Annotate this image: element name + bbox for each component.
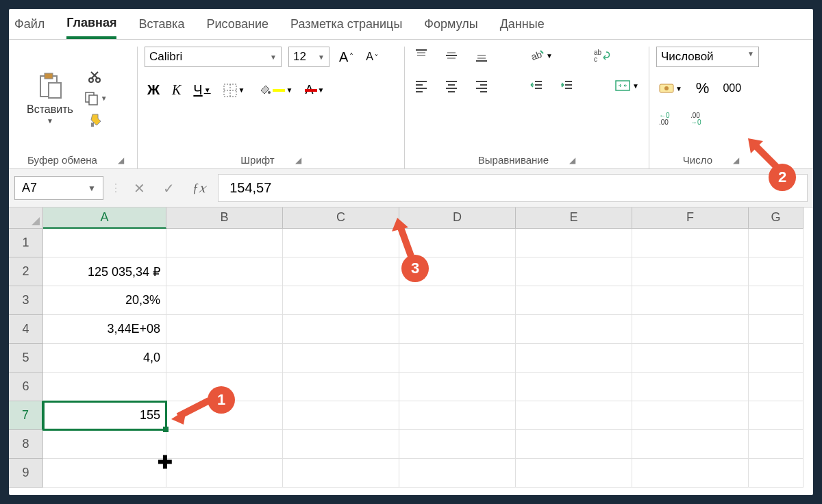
alignment-dialog-launcher[interactable]: ◢ — [569, 155, 575, 165]
cell[interactable] — [166, 430, 283, 459]
cell[interactable] — [749, 344, 804, 373]
orientation-button[interactable]: ab▼ — [527, 47, 556, 64]
row-header[interactable]: 4 — [9, 315, 43, 344]
tab-layout[interactable]: Разметка страницы — [290, 9, 402, 39]
increase-decimal-button[interactable]: ←0.00 — [656, 110, 680, 127]
clipboard-dialog-launcher[interactable]: ◢ — [118, 155, 124, 165]
row-header[interactable]: 8 — [9, 430, 43, 459]
cell[interactable] — [283, 315, 399, 344]
cell[interactable] — [43, 430, 166, 459]
cell[interactable] — [283, 257, 399, 286]
decrease-font-button[interactable]: A˅ — [363, 49, 381, 64]
tab-formulas[interactable]: Формулы — [424, 9, 477, 39]
cell[interactable] — [166, 286, 283, 315]
cell[interactable] — [283, 344, 399, 373]
copy-button[interactable]: ▼ — [84, 91, 108, 106]
cell[interactable] — [516, 286, 632, 315]
cell[interactable] — [43, 459, 166, 488]
increase-indent-button[interactable] — [557, 77, 576, 94]
cell[interactable] — [749, 401, 804, 430]
cell[interactable]: 20,3% — [43, 286, 166, 315]
cell[interactable] — [749, 459, 804, 488]
underline-button[interactable]: Ч ▼ — [190, 81, 213, 99]
italic-button[interactable]: К — [169, 81, 184, 99]
cell[interactable] — [516, 257, 632, 286]
cell[interactable] — [43, 373, 166, 401]
cell[interactable] — [166, 344, 283, 373]
column-header-G[interactable]: G — [749, 207, 804, 229]
cell[interactable] — [283, 229, 399, 257]
column-header-B[interactable]: B — [166, 207, 283, 229]
fill-color-button[interactable]: ▼ — [255, 82, 296, 99]
row-header[interactable]: 5 — [9, 344, 43, 373]
cell[interactable] — [283, 430, 399, 459]
row-header[interactable]: 2 — [9, 257, 43, 286]
number-dialog-launcher[interactable]: ◢ — [733, 155, 739, 165]
percent-format-button[interactable]: % — [693, 78, 712, 99]
thousands-button[interactable]: 000 — [720, 81, 744, 96]
fx-button[interactable]: ƒ𝑥 — [187, 181, 211, 196]
cell[interactable] — [516, 430, 632, 459]
cell[interactable]: 3,44E+08 — [43, 315, 166, 344]
cell[interactable] — [632, 459, 749, 488]
tab-draw[interactable]: Рисование — [206, 9, 269, 39]
align-middle-button[interactable] — [442, 47, 461, 64]
merge-button[interactable]: ▼ — [612, 77, 642, 94]
tab-data[interactable]: Данные — [500, 9, 545, 39]
align-right-button[interactable] — [472, 77, 491, 94]
cell[interactable] — [749, 373, 804, 401]
font-name-combo[interactable]: Calibri ▼ — [145, 47, 282, 67]
formula-input[interactable]: 154,57 — [218, 174, 808, 202]
cell[interactable] — [632, 430, 749, 459]
cell[interactable] — [399, 344, 516, 373]
row-header[interactable]: 3 — [9, 286, 43, 315]
column-header-F[interactable]: F — [632, 207, 749, 229]
cell[interactable] — [399, 459, 516, 488]
row-header[interactable]: 6 — [9, 373, 43, 401]
tab-home[interactable]: Главная — [66, 9, 116, 39]
cell[interactable] — [632, 344, 749, 373]
cell[interactable] — [43, 229, 166, 257]
cell[interactable] — [516, 344, 632, 373]
cell[interactable] — [283, 286, 399, 315]
tab-insert[interactable]: Вставка — [138, 9, 184, 39]
tab-file[interactable]: Файл — [14, 9, 45, 39]
row-header[interactable]: 7 — [9, 401, 43, 430]
format-painter-button[interactable] — [88, 113, 103, 128]
name-box[interactable]: A7 ▼ — [14, 176, 103, 200]
align-top-button[interactable] — [412, 47, 431, 64]
cell[interactable]: 125 035,34 ₽ — [43, 257, 166, 286]
column-header-C[interactable]: C — [283, 207, 399, 229]
cell[interactable] — [516, 459, 632, 488]
cell[interactable] — [516, 401, 632, 430]
decrease-decimal-button[interactable]: .00→0 — [688, 110, 711, 127]
cell[interactable] — [283, 401, 399, 430]
select-all-corner[interactable] — [9, 207, 43, 229]
cell[interactable] — [516, 229, 632, 257]
cell[interactable] — [283, 459, 399, 488]
cell[interactable] — [749, 430, 804, 459]
cell[interactable] — [166, 459, 283, 488]
cell[interactable] — [166, 229, 283, 257]
wrap-text-button[interactable]: abc — [591, 47, 613, 64]
font-dialog-launcher[interactable]: ◢ — [295, 155, 301, 165]
row-header[interactable]: 1 — [9, 229, 43, 257]
cell[interactable] — [749, 257, 804, 286]
cell[interactable] — [166, 315, 283, 344]
cell[interactable] — [749, 286, 804, 315]
increase-font-button[interactable]: A˄ — [336, 48, 356, 66]
cell[interactable] — [516, 373, 632, 401]
accounting-format-button[interactable]: ▼ — [656, 81, 685, 96]
cell[interactable] — [632, 286, 749, 315]
cell[interactable] — [166, 257, 283, 286]
cell[interactable] — [632, 229, 749, 257]
cell-selected[interactable]: 155 — [43, 401, 166, 430]
cell[interactable]: 4,0 — [43, 344, 166, 373]
cell[interactable] — [749, 229, 804, 257]
cell[interactable] — [516, 315, 632, 344]
align-left-button[interactable] — [412, 77, 431, 94]
cell[interactable] — [632, 315, 749, 344]
column-header-A[interactable]: A — [43, 207, 166, 229]
bold-button[interactable]: Ж — [145, 81, 162, 99]
font-color-button[interactable]: A ▼ — [302, 81, 327, 99]
